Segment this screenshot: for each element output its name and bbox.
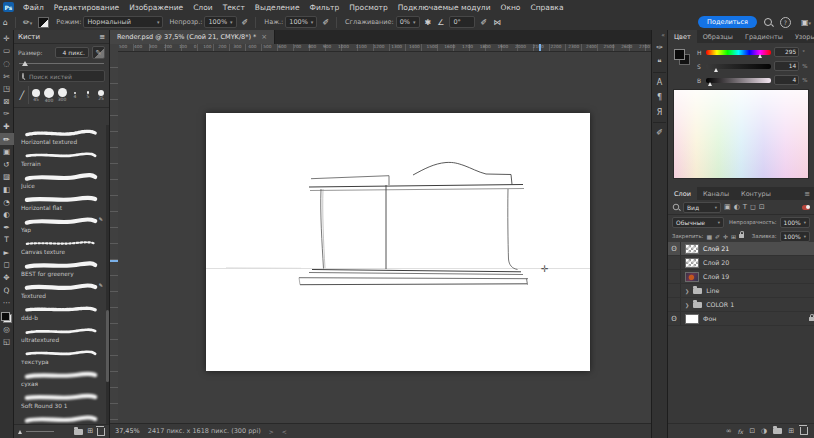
menu-select[interactable]: Выделение <box>250 3 305 12</box>
brush-item[interactable]: ✎ Textured <box>18 280 106 301</box>
slider-handle[interactable] <box>22 61 28 66</box>
tab-swatches[interactable]: Образцы <box>697 30 739 43</box>
lock-transparency-icon[interactable]: ▦ <box>706 233 712 240</box>
brush-item[interactable]: Terrain <box>18 148 106 169</box>
close-tab-icon[interactable]: × <box>261 33 267 41</box>
zoom-tool[interactable]: Q <box>0 284 14 297</box>
zoom-level-field[interactable]: 37,45% <box>115 427 140 435</box>
new-layer-icon[interactable]: ⊞ <box>788 427 794 435</box>
hue-slider[interactable] <box>706 50 771 55</box>
preview-size-slider[interactable] <box>18 430 22 434</box>
hand-tool[interactable]: ✥ <box>0 271 14 284</box>
lock-artboard-icon[interactable]: ⊞ <box>731 233 736 240</box>
menu-edit[interactable]: Редактирование <box>49 3 124 12</box>
brush-item[interactable]: Canvas texture <box>18 236 106 257</box>
brush-size-value[interactable]: 4 пикс. <box>55 47 89 58</box>
healing-brush-tool[interactable]: ✚ <box>0 120 14 133</box>
add-mask-icon[interactable]: ⊡ <box>749 427 755 435</box>
gradient-tool[interactable]: ◧ <box>0 183 14 196</box>
layer-row[interactable]: Слой 20 <box>668 256 814 270</box>
pasteboard[interactable]: ✛ <box>118 52 651 424</box>
layer-thumbnail[interactable] <box>685 244 699 254</box>
brush-item[interactable]: строевая <box>18 412 106 424</box>
visibility-eye-icon[interactable]: ʘ <box>668 312 681 325</box>
new-group-icon[interactable] <box>773 428 782 434</box>
eyedropper-tool[interactable]: ✑ <box>0 108 14 121</box>
brush-item[interactable]: ✎ Yap <box>18 214 106 235</box>
lock-all-icon[interactable] <box>739 234 744 238</box>
layer-opacity-select[interactable]: 100% ▾ <box>780 217 810 228</box>
expand-panels-icon[interactable]: « <box>661 31 665 38</box>
brush-size-slider[interactable] <box>19 60 104 68</box>
layer-style-icon[interactable]: fx <box>737 428 743 435</box>
foreground-color-swatch[interactable] <box>1 312 10 321</box>
smoothing-select[interactable]: 0%▾ <box>396 16 420 28</box>
brightness-slider[interactable] <box>706 78 771 83</box>
blur-tool[interactable]: ◔ <box>0 196 14 209</box>
recent-brush[interactable]: 4 <box>69 86 81 104</box>
brush-search-input[interactable] <box>27 72 101 81</box>
visibility-eye-icon[interactable] <box>668 256 681 269</box>
brush-item[interactable]: ultratextured <box>18 324 106 345</box>
horizontal-ruler[interactable]: 5004003002001000100200300400500600700800… <box>118 44 651 52</box>
brush-tool-preset-icon[interactable]: ✏▾ <box>20 18 35 27</box>
layer-thumbnail[interactable] <box>685 258 699 268</box>
brush-search[interactable] <box>18 70 105 82</box>
path-selection-tool[interactable]: ► <box>0 246 14 259</box>
recent-brush[interactable]: 5 <box>82 86 94 104</box>
brushes-dock-icon[interactable]: ✑ <box>652 40 667 55</box>
menu-help[interactable]: Справка <box>525 3 568 12</box>
brush-item[interactable]: сухая <box>18 368 106 389</box>
brush-item[interactable]: Soft Round 30 1 <box>18 390 106 411</box>
tab-layers[interactable]: Слои <box>668 187 697 200</box>
fill-select[interactable]: 100% ▾ <box>780 231 810 242</box>
menu-window[interactable]: Окно <box>496 3 526 12</box>
background-layer-row[interactable]: ʘ Фон <box>668 312 814 326</box>
filter-shape-layers-icon[interactable]: ◻ <box>750 203 756 211</box>
group-expand-icon[interactable]: ❯ <box>685 288 689 294</box>
tab-color[interactable]: Цвет <box>668 30 697 43</box>
brush-settings-toggle-icon[interactable]: ✎ <box>92 46 105 59</box>
menu-filter[interactable]: Фильтр <box>305 3 345 12</box>
brush-angle-input[interactable]: 0° <box>449 16 475 28</box>
layer-name[interactable]: COLOR 1 <box>706 301 734 308</box>
clone-stamp-tool[interactable]: ▣ <box>0 145 14 158</box>
recent-brush[interactable]: 400 <box>43 86 55 104</box>
crop-tool[interactable]: ◳ <box>0 82 14 95</box>
scroll-chevron[interactable]: < <box>282 428 287 435</box>
comments-dock-icon[interactable]: ❝ <box>652 55 667 70</box>
menu-plugins[interactable]: Подключаемые модули <box>393 3 496 12</box>
visibility-eye-icon[interactable] <box>668 298 681 311</box>
color-spectrum-field[interactable] <box>673 89 809 179</box>
tab-gradients[interactable]: Градиенты <box>739 30 789 43</box>
menu-file[interactable]: Файл <box>18 3 49 12</box>
airbrush-icon[interactable]: ✐ <box>319 18 332 27</box>
filter-smart-objects-icon[interactable]: ⊡ <box>759 203 765 211</box>
frame-tool[interactable]: ⊠ <box>0 95 14 108</box>
tab-channels[interactable]: Каналы <box>697 187 735 200</box>
menu-image[interactable]: Изображение <box>124 3 188 12</box>
layer-blend-mode-select[interactable]: Обычные ▾ <box>672 217 724 228</box>
move-tool[interactable]: ✛ <box>0 32 14 45</box>
brush-settings-panel-icon[interactable]: ✐ <box>652 125 667 140</box>
glyphs-panel-icon[interactable]: Я <box>652 105 667 120</box>
layer-name[interactable]: Фон <box>703 315 716 322</box>
blend-mode-select[interactable]: Нормальный▾ <box>83 16 163 28</box>
brush-preset-thumbnail[interactable] <box>38 17 49 28</box>
delete-layer-icon[interactable] <box>800 427 808 435</box>
visibility-eye-icon[interactable] <box>668 270 681 283</box>
paragraph-panel-icon[interactable]: ¶ <box>652 90 667 105</box>
visibility-eye-icon[interactable]: ʘ <box>668 242 681 255</box>
layer-thumbnail[interactable] <box>685 272 699 282</box>
foreground-background-swatches[interactable] <box>1 312 12 323</box>
screen-mode-icon[interactable]: ◱ <box>0 336 14 349</box>
quick-mask-icon[interactable]: ◎ <box>0 323 14 336</box>
brush-item[interactable]: Horizontal flat <box>18 192 106 213</box>
tab-paths[interactable]: Контуры <box>735 187 777 200</box>
layer-row[interactable]: ʘ Слой 21 <box>668 242 814 256</box>
layer-filter-select[interactable]: Вид ▾ <box>683 202 721 213</box>
share-button[interactable]: Поделиться <box>698 16 757 28</box>
brush-item[interactable]: ddd-b <box>18 302 106 323</box>
new-brush-group-icon[interactable] <box>74 429 83 435</box>
hue-value[interactable]: 295 <box>774 47 800 57</box>
